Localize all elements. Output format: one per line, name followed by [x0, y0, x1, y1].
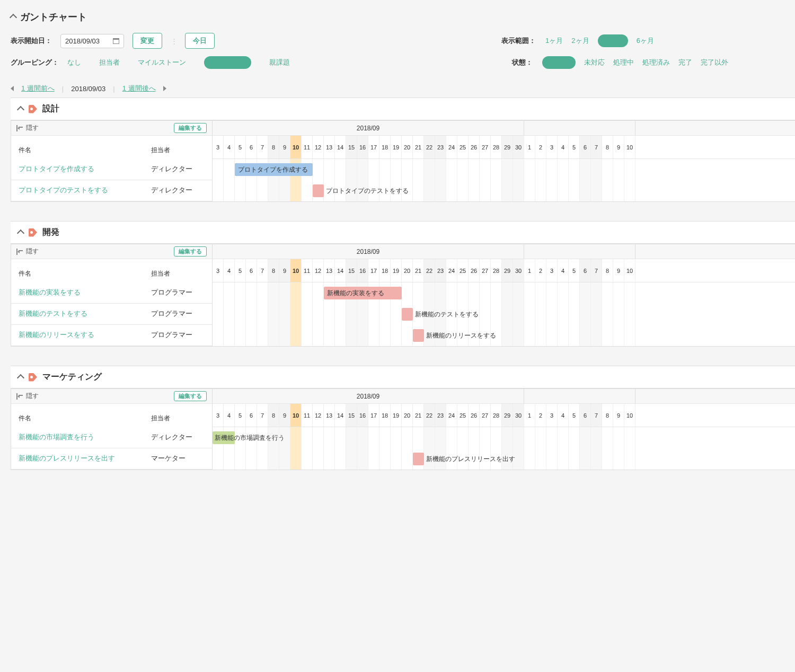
range-option[interactable]: 3ヶ月 — [598, 34, 628, 47]
grouping-option[interactable]: 担当者 — [99, 58, 120, 67]
day-header-cell: 6 — [246, 136, 257, 158]
month-cell: 2018/09 — [213, 121, 524, 135]
month-header: 2018/09 — [213, 121, 795, 136]
day-header-cell: 3 — [213, 259, 224, 282]
gantt-bar[interactable]: プロトタイプを作成する — [235, 163, 313, 176]
row-subject[interactable]: 新機能の市場調査を行う — [19, 433, 151, 442]
status-option[interactable]: 処理中 — [613, 58, 634, 66]
row-assignee: プログラマー — [151, 310, 212, 319]
day-header-cell: 17 — [368, 404, 379, 427]
grouping-filter: なし担当者マイルストーンカテゴリー親課題 — [67, 56, 298, 69]
hide-button[interactable]: 隠す — [16, 247, 39, 256]
group-header[interactable]: 設計 — [11, 98, 795, 120]
week-prev-link[interactable]: 1 週間前へ — [21, 84, 55, 93]
category-group: 設計 隠す 編集する 件名 担当者 プロトタイプを作成する ディレクター プロト… — [11, 98, 795, 202]
day-header-cell: 12 — [313, 404, 324, 427]
collapse-icon[interactable] — [17, 105, 24, 113]
day-header-cell: 8 — [268, 136, 279, 158]
range-filter: 表示範囲： 1ヶ月2ヶ月3ヶ月6ヶ月 — [501, 34, 662, 47]
change-button[interactable]: 変更 — [132, 33, 162, 49]
row-subject[interactable]: 新機能のリリースをする — [19, 331, 151, 340]
today-button[interactable]: 今日 — [185, 33, 215, 49]
day-header-cell: 11 — [302, 136, 313, 158]
status-option[interactable]: すべて — [542, 56, 576, 69]
start-date-label: 表示開始日： — [11, 36, 52, 46]
day-header-cell: 19 — [391, 136, 402, 158]
gantt-bar-label: 新機能のリリースをする — [426, 329, 496, 342]
gantt-bar[interactable] — [413, 453, 424, 465]
day-header-cell: 4 — [224, 404, 235, 427]
month-cell — [524, 389, 635, 403]
left-pane: 隠す 編集する 件名 担当者 プロトタイプを作成する ディレクター プロトタイプ… — [11, 121, 213, 201]
hide-button[interactable]: 隠す — [16, 392, 39, 401]
day-header-cell: 7 — [257, 259, 268, 282]
edit-button[interactable]: 編集する — [174, 391, 207, 401]
day-header-cell: 17 — [368, 259, 379, 282]
arrow-right-icon[interactable] — [163, 86, 166, 91]
status-option[interactable]: 処理済み — [642, 58, 670, 66]
day-header-cell: 19 — [391, 404, 402, 427]
controls-row-2: グルーピング： なし担当者マイルストーンカテゴリー親課題 状態： すべて未対応処… — [11, 56, 795, 69]
day-header-cell: 18 — [379, 136, 391, 158]
range-option[interactable]: 2ヶ月 — [571, 37, 589, 45]
grouping-option[interactable]: マイルストーン — [138, 58, 186, 67]
collapse-icon[interactable] — [17, 229, 24, 236]
month-cell: 2018/09 — [213, 244, 524, 259]
right-pane[interactable]: 2018/09 34567891011121314151617181920212… — [213, 389, 795, 470]
range-option[interactable]: 1ヶ月 — [545, 37, 563, 45]
day-header-cell: 7 — [257, 136, 268, 158]
status-option[interactable]: 完了以外 — [701, 58, 728, 66]
start-date-input[interactable]: 2018/09/03 — [60, 34, 124, 48]
hide-button[interactable]: 隠す — [16, 123, 39, 132]
day-header-cell: 23 — [435, 404, 446, 427]
day-header: 3456789101112131415161718192021222324252… — [213, 259, 795, 282]
left-toolbar: 隠す 編集する — [11, 244, 212, 259]
gantt-bar[interactable] — [313, 184, 324, 197]
row-subject[interactable]: 新機能のテストをする — [19, 310, 151, 319]
day-header-cell: 5 — [569, 404, 580, 427]
edit-button[interactable]: 編集する — [174, 123, 207, 133]
group-header[interactable]: マーケティング — [11, 366, 795, 388]
gantt-row: 新機能のプレスリリースを出す — [213, 448, 795, 470]
day-header-cell: 3 — [546, 259, 558, 282]
day-header-cell: 7 — [257, 404, 268, 427]
hide-icon — [16, 249, 23, 255]
day-header-cell: 10 — [624, 404, 635, 427]
day-header-cell: 12 — [313, 259, 324, 282]
collapse-icon[interactable] — [10, 14, 17, 21]
hide-icon — [16, 393, 23, 400]
range-option[interactable]: 6ヶ月 — [637, 37, 654, 45]
status-option[interactable]: 完了 — [678, 58, 692, 66]
right-pane[interactable]: 2018/09 34567891011121314151617181920212… — [213, 244, 795, 346]
day-header-cell: 3 — [213, 404, 224, 427]
day-header-cell: 20 — [402, 404, 413, 427]
day-header-cell: 7 — [591, 136, 602, 158]
row-subject[interactable]: 新機能の実装をする — [19, 288, 151, 297]
status-option[interactable]: 未対応 — [584, 58, 605, 66]
day-header-cell: 5 — [235, 259, 246, 282]
group-header[interactable]: 開発 — [11, 221, 795, 244]
day-header-cell: 10 — [624, 259, 635, 282]
right-pane[interactable]: 2018/09 34567891011121314151617181920212… — [213, 121, 795, 201]
row-subject[interactable]: プロトタイプのテストをする — [19, 186, 151, 195]
gantt-bar[interactable] — [402, 308, 413, 321]
gantt-bar[interactable]: 新機能の実装をする — [324, 287, 402, 299]
day-header-cell: 7 — [591, 404, 602, 427]
day-header-cell: 1 — [524, 136, 535, 158]
day-header-cell: 10 — [290, 404, 302, 427]
collapse-icon[interactable] — [17, 374, 24, 381]
day-header-cell: 20 — [402, 136, 413, 158]
grouping-option[interactable]: なし — [67, 58, 81, 67]
gantt-bar[interactable] — [413, 329, 424, 342]
day-header-cell: 6 — [246, 259, 257, 282]
grouping-option[interactable]: カテゴリー — [204, 56, 251, 69]
row-subject[interactable]: プロトタイプを作成する — [19, 165, 151, 174]
edit-button[interactable]: 編集する — [174, 246, 207, 257]
col-subject-header: 件名 — [19, 146, 151, 155]
grouping-option[interactable]: 親課題 — [269, 58, 290, 67]
week-next-link[interactable]: 1 週間後へ — [122, 84, 156, 93]
row-subject[interactable]: 新機能のプレスリリースを出す — [19, 454, 151, 463]
col-subject-header: 件名 — [19, 269, 151, 278]
arrow-left-icon[interactable] — [11, 86, 14, 91]
table-row: 新機能のリリースをする プログラマー — [11, 325, 212, 346]
